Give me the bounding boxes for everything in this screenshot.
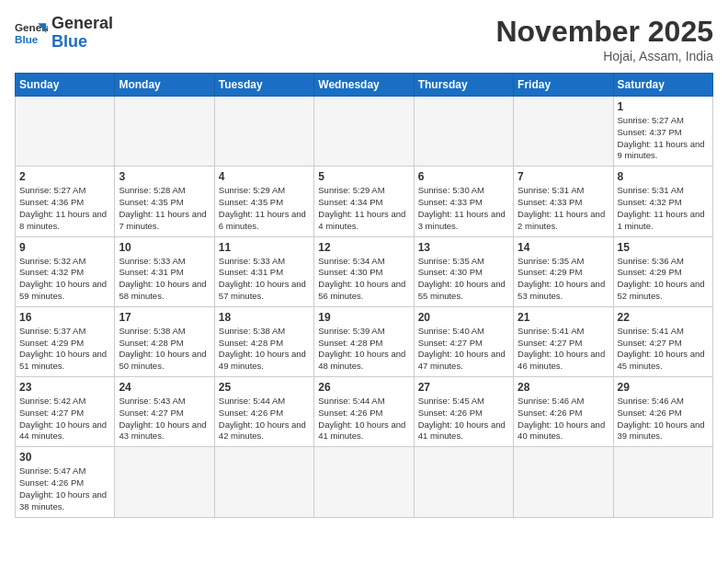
calendar-cell: 26Sunrise: 5:44 AM Sunset: 4:26 PM Dayli…	[314, 377, 414, 447]
calendar-cell	[414, 97, 513, 167]
day-info: Sunrise: 5:47 AM Sunset: 4:26 PM Dayligh…	[19, 465, 110, 512]
day-of-week-header: Friday	[514, 74, 613, 97]
calendar-cell	[115, 447, 214, 517]
day-number: 25	[219, 381, 310, 394]
day-info: Sunrise: 5:33 AM Sunset: 4:31 PM Dayligh…	[219, 256, 310, 303]
day-info: Sunrise: 5:29 AM Sunset: 4:35 PM Dayligh…	[219, 185, 310, 232]
day-number: 30	[19, 451, 110, 464]
calendar-cell: 1Sunrise: 5:27 AM Sunset: 4:37 PM Daylig…	[613, 97, 712, 167]
title-block: November 2025 Hojai, Assam, India	[495, 15, 713, 63]
logo-general-text: General	[51, 15, 113, 33]
calendar-week-row: 9Sunrise: 5:32 AM Sunset: 4:32 PM Daylig…	[16, 236, 713, 306]
calendar-week-row: 30Sunrise: 5:47 AM Sunset: 4:26 PM Dayli…	[16, 447, 713, 517]
calendar-cell: 25Sunrise: 5:44 AM Sunset: 4:26 PM Dayli…	[214, 377, 313, 447]
day-number: 14	[518, 241, 609, 254]
logo: General Blue General Blue	[15, 15, 113, 52]
day-info: Sunrise: 5:29 AM Sunset: 4:34 PM Dayligh…	[318, 185, 409, 232]
calendar-cell: 2Sunrise: 5:27 AM Sunset: 4:36 PM Daylig…	[16, 167, 115, 236]
calendar-cell: 12Sunrise: 5:34 AM Sunset: 4:30 PM Dayli…	[314, 236, 414, 306]
day-info: Sunrise: 5:42 AM Sunset: 4:27 PM Dayligh…	[19, 396, 110, 442]
calendar-week-row: 16Sunrise: 5:37 AM Sunset: 4:29 PM Dayli…	[16, 306, 713, 376]
day-info: Sunrise: 5:32 AM Sunset: 4:32 PM Dayligh…	[19, 256, 110, 303]
day-info: Sunrise: 5:38 AM Sunset: 4:28 PM Dayligh…	[219, 326, 310, 373]
day-info: Sunrise: 5:46 AM Sunset: 4:26 PM Dayligh…	[518, 396, 609, 442]
calendar-cell: 17Sunrise: 5:38 AM Sunset: 4:28 PM Dayli…	[115, 306, 214, 376]
calendar-cell: 10Sunrise: 5:33 AM Sunset: 4:31 PM Dayli…	[115, 236, 214, 306]
calendar-cell: 21Sunrise: 5:41 AM Sunset: 4:27 PM Dayli…	[514, 306, 613, 376]
day-number: 13	[418, 241, 509, 254]
day-number: 16	[19, 311, 110, 324]
day-number: 8	[618, 170, 709, 183]
calendar-cell	[314, 447, 414, 517]
day-number: 10	[119, 241, 210, 254]
day-info: Sunrise: 5:28 AM Sunset: 4:35 PM Dayligh…	[119, 185, 210, 232]
day-number: 1	[618, 100, 709, 113]
calendar-cell	[214, 447, 313, 517]
day-info: Sunrise: 5:41 AM Sunset: 4:27 PM Dayligh…	[518, 326, 609, 373]
calendar-cell: 22Sunrise: 5:41 AM Sunset: 4:27 PM Dayli…	[613, 306, 712, 376]
calendar-cell: 13Sunrise: 5:35 AM Sunset: 4:30 PM Dayli…	[414, 236, 513, 306]
day-info: Sunrise: 5:37 AM Sunset: 4:29 PM Dayligh…	[19, 326, 110, 373]
day-of-week-header: Tuesday	[214, 74, 313, 97]
day-info: Sunrise: 5:44 AM Sunset: 4:26 PM Dayligh…	[318, 396, 409, 442]
calendar-cell: 29Sunrise: 5:46 AM Sunset: 4:26 PM Dayli…	[613, 377, 712, 447]
day-of-week-header: Saturday	[613, 74, 712, 97]
calendar-cell	[414, 447, 513, 517]
calendar-cell	[115, 97, 214, 167]
day-number: 15	[618, 241, 709, 254]
day-number: 12	[318, 241, 409, 254]
day-number: 6	[418, 170, 509, 183]
day-info: Sunrise: 5:41 AM Sunset: 4:27 PM Dayligh…	[618, 326, 709, 373]
day-info: Sunrise: 5:34 AM Sunset: 4:30 PM Dayligh…	[318, 256, 409, 303]
logo-icon: General Blue	[15, 17, 48, 50]
calendar-cell: 18Sunrise: 5:38 AM Sunset: 4:28 PM Dayli…	[214, 306, 313, 376]
day-number: 17	[119, 311, 210, 324]
day-number: 27	[418, 381, 509, 394]
day-info: Sunrise: 5:40 AM Sunset: 4:27 PM Dayligh…	[418, 326, 509, 373]
calendar-table: SundayMondayTuesdayWednesdayThursdayFrid…	[15, 73, 713, 518]
day-number: 29	[618, 381, 709, 394]
day-info: Sunrise: 5:30 AM Sunset: 4:33 PM Dayligh…	[418, 185, 509, 232]
page-header: General Blue General Blue November 2025 …	[15, 15, 713, 63]
day-info: Sunrise: 5:46 AM Sunset: 4:26 PM Dayligh…	[618, 396, 709, 442]
day-of-week-header: Monday	[115, 74, 214, 97]
day-number: 5	[318, 170, 409, 183]
day-number: 20	[418, 311, 509, 324]
day-info: Sunrise: 5:35 AM Sunset: 4:30 PM Dayligh…	[418, 256, 509, 303]
day-number: 2	[19, 170, 110, 183]
day-info: Sunrise: 5:45 AM Sunset: 4:26 PM Dayligh…	[418, 396, 509, 442]
day-info: Sunrise: 5:43 AM Sunset: 4:27 PM Dayligh…	[119, 396, 210, 442]
calendar-cell: 24Sunrise: 5:43 AM Sunset: 4:27 PM Dayli…	[115, 377, 214, 447]
day-of-week-header: Thursday	[414, 74, 513, 97]
calendar-cell: 3Sunrise: 5:28 AM Sunset: 4:35 PM Daylig…	[115, 167, 214, 236]
calendar-cell: 14Sunrise: 5:35 AM Sunset: 4:29 PM Dayli…	[514, 236, 613, 306]
day-info: Sunrise: 5:38 AM Sunset: 4:28 PM Dayligh…	[119, 326, 210, 373]
calendar-week-row: 23Sunrise: 5:42 AM Sunset: 4:27 PM Dayli…	[16, 377, 713, 447]
calendar-cell	[613, 447, 712, 517]
day-info: Sunrise: 5:33 AM Sunset: 4:31 PM Dayligh…	[119, 256, 210, 303]
calendar-cell: 9Sunrise: 5:32 AM Sunset: 4:32 PM Daylig…	[16, 236, 115, 306]
day-info: Sunrise: 5:31 AM Sunset: 4:33 PM Dayligh…	[518, 185, 609, 232]
calendar-cell	[514, 97, 613, 167]
day-number: 9	[19, 241, 110, 254]
day-number: 7	[518, 170, 609, 183]
logo-blue-text: Blue	[51, 33, 113, 52]
calendar-cell: 16Sunrise: 5:37 AM Sunset: 4:29 PM Dayli…	[16, 306, 115, 376]
calendar-week-row: 1Sunrise: 5:27 AM Sunset: 4:37 PM Daylig…	[16, 97, 713, 167]
day-of-week-header: Sunday	[16, 74, 115, 97]
svg-text:Blue: Blue	[15, 33, 39, 45]
calendar-cell: 28Sunrise: 5:46 AM Sunset: 4:26 PM Dayli…	[514, 377, 613, 447]
day-number: 4	[219, 170, 310, 183]
day-info: Sunrise: 5:39 AM Sunset: 4:28 PM Dayligh…	[318, 326, 409, 373]
day-number: 19	[318, 311, 409, 324]
day-info: Sunrise: 5:31 AM Sunset: 4:32 PM Dayligh…	[618, 185, 709, 232]
calendar-cell	[214, 97, 313, 167]
day-of-week-header: Wednesday	[314, 74, 414, 97]
calendar-cell: 4Sunrise: 5:29 AM Sunset: 4:35 PM Daylig…	[214, 167, 313, 236]
calendar-cell: 7Sunrise: 5:31 AM Sunset: 4:33 PM Daylig…	[514, 167, 613, 236]
calendar-cell	[514, 447, 613, 517]
calendar-cell: 23Sunrise: 5:42 AM Sunset: 4:27 PM Dayli…	[16, 377, 115, 447]
calendar-cell: 8Sunrise: 5:31 AM Sunset: 4:32 PM Daylig…	[613, 167, 712, 236]
calendar-cell: 20Sunrise: 5:40 AM Sunset: 4:27 PM Dayli…	[414, 306, 513, 376]
calendar-week-row: 2Sunrise: 5:27 AM Sunset: 4:36 PM Daylig…	[16, 167, 713, 236]
